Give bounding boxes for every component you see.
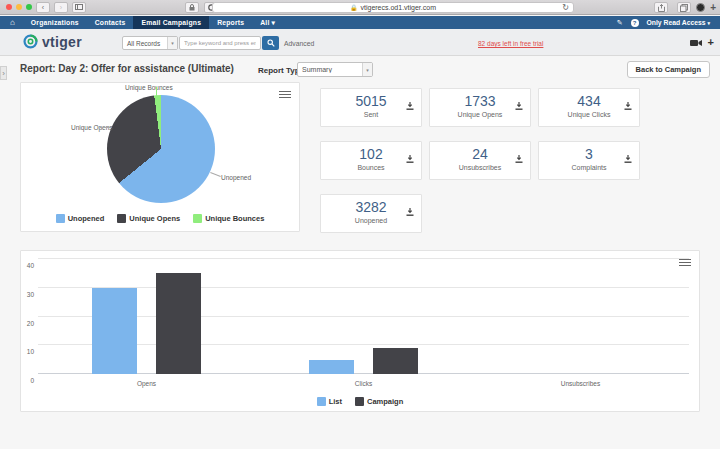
y-axis-tick: 40 [27, 262, 34, 269]
legend-label: Unopened [68, 214, 105, 223]
lock-icon: 🔒 [350, 4, 358, 11]
legend-swatch [317, 397, 326, 406]
browser-chrome: ‹ › 🔒 vtigerecs.od1.vtiger.com ↻ + [0, 0, 720, 15]
download-icon[interactable] [406, 97, 414, 115]
refresh-icon[interactable]: ↻ [562, 3, 569, 12]
bar-campaign-clicks[interactable] [373, 348, 418, 374]
legend-swatch [56, 214, 65, 223]
url-text: vtigerecs.od1.vtiger.com [361, 4, 436, 11]
pie-chart[interactable] [107, 95, 215, 203]
download-icon[interactable] [624, 150, 632, 168]
bar-chart-x-labels: OpensClicksUnsubscribes [38, 380, 689, 387]
minimize-window-button[interactable] [16, 4, 22, 10]
y-axis-tick: 30 [27, 290, 34, 297]
download-icon[interactable] [515, 150, 523, 168]
chart-context-menu-icon[interactable] [279, 89, 291, 100]
legend-item-unopened[interactable]: Unopened [56, 214, 105, 223]
pie-connector-line [210, 172, 221, 177]
records-filter-select[interactable]: All Records ▾ [122, 36, 178, 50]
close-window-button[interactable] [6, 4, 12, 10]
legend-label: List [329, 397, 342, 406]
trial-days-link[interactable]: 82 days left in free trial [478, 40, 543, 47]
x-axis-label-clicks: Clicks [255, 380, 472, 387]
y-axis-tick: 20 [27, 319, 34, 326]
bar-chart-panel: 010203040 OpensClicksUnsubscribes ListCa… [20, 250, 700, 412]
vtiger-logo-icon [22, 33, 39, 50]
legend-label: Campaign [367, 397, 403, 406]
access-level-dropdown[interactable]: Only Read Access ▾ [647, 19, 710, 26]
bar-list-clicks[interactable] [309, 360, 354, 374]
tabs-icon[interactable] [677, 2, 691, 13]
window-controls [6, 4, 32, 10]
x-axis-label-opens: Opens [38, 380, 255, 387]
privacy-icon[interactable] [185, 2, 199, 13]
download-icon[interactable] [406, 150, 414, 168]
stat-card-unique-opens: 1733Unique Opens [429, 88, 531, 127]
advanced-search-link[interactable]: Advanced [284, 40, 314, 47]
stat-card-unopened: 3282Unopened [320, 194, 422, 233]
record-icon[interactable] [696, 3, 705, 12]
bar-groups [38, 259, 689, 374]
page-title: Report: Day 2: Offer for assistance (Ult… [20, 63, 234, 74]
pie-label-unopened: Unopened [221, 174, 251, 181]
bar-group-opens [38, 259, 255, 374]
y-axis-tick: 0 [30, 377, 34, 384]
video-camera-icon[interactable] [690, 39, 702, 47]
stat-card-complaints: 3Complaints [538, 141, 640, 180]
logo-text: vtiger [42, 34, 82, 50]
app-navbar: ⌂ OrganizationsContactsEmail CampaignsRe… [0, 16, 720, 29]
bar-list-opens[interactable] [92, 288, 137, 374]
help-icon[interactable]: ? [631, 19, 639, 27]
search-button[interactable] [262, 36, 279, 50]
chevron-down-icon: ▾ [362, 63, 372, 76]
stat-card-bounces: 102Bounces [320, 141, 422, 180]
bar-group-unsubscribes [472, 259, 689, 374]
vtiger-logo[interactable]: vtiger [22, 33, 82, 50]
legend-swatch [355, 397, 364, 406]
nav-item-reports[interactable]: Reports [209, 16, 252, 29]
bar-chart-legend: ListCampaign [21, 397, 699, 406]
app-toolbar: vtiger All Records ▾ Advanced 82 days le… [0, 29, 720, 56]
edit-pencil-icon[interactable]: ✎ [617, 19, 623, 27]
stat-card-unique-clicks: 434Unique Clicks [538, 88, 640, 127]
pie-connector-line [100, 127, 110, 128]
nav-item-organizations[interactable]: Organizations [23, 16, 87, 29]
pie-connector-line [156, 87, 157, 96]
bar-campaign-opens[interactable] [156, 273, 201, 374]
new-tab-icon[interactable]: + [710, 3, 716, 13]
search-icon [267, 39, 275, 47]
legend-item-list[interactable]: List [317, 397, 342, 406]
legend-swatch [193, 214, 202, 223]
home-icon[interactable]: ⌂ [0, 16, 23, 29]
stats-grid: 5015Sent1733Unique Opens434Unique Clicks… [320, 88, 640, 233]
download-icon[interactable] [624, 97, 632, 115]
bar-group-clicks [255, 259, 472, 374]
toolbar-right-icons: + [690, 37, 714, 48]
add-record-icon[interactable]: + [708, 37, 714, 48]
address-bar[interactable]: 🔒 vtigerecs.od1.vtiger.com ↻ [212, 2, 574, 13]
y-axis-tick: 10 [27, 348, 34, 355]
legend-label: Unique Bounces [205, 214, 264, 223]
back-to-campaign-button[interactable]: Back to Campaign [627, 61, 710, 78]
sidebar-icon[interactable] [72, 2, 86, 13]
search-input[interactable] [179, 36, 261, 50]
legend-swatch [117, 214, 126, 223]
share-icon[interactable] [654, 2, 668, 13]
pie-legend: UnopenedUnique OpensUnique Bounces [21, 214, 299, 223]
download-icon[interactable] [406, 203, 414, 221]
sidebar-expand-toggle[interactable]: › [0, 66, 7, 80]
legend-item-campaign[interactable]: Campaign [355, 397, 403, 406]
nav-items: OrganizationsContactsEmail CampaignsRepo… [23, 16, 283, 29]
legend-item-unique-bounces[interactable]: Unique Bounces [193, 214, 264, 223]
nav-item-contacts[interactable]: Contacts [87, 16, 134, 29]
app-window: ‹ › 🔒 vtigerecs.od1.vtiger.com ↻ + [0, 0, 720, 449]
forward-button[interactable]: › [54, 2, 68, 13]
report-type-select[interactable]: Summary ▾ [297, 62, 373, 77]
back-button[interactable]: ‹ [36, 2, 50, 13]
download-icon[interactable] [515, 97, 523, 115]
nav-item-email-campaigns[interactable]: Email Campaigns [133, 16, 209, 29]
nav-item-all[interactable]: All ▾ [252, 16, 283, 29]
bar-chart-plot: 010203040 [38, 259, 689, 374]
zoom-window-button[interactable] [26, 4, 32, 10]
legend-item-unique-opens[interactable]: Unique Opens [117, 214, 180, 223]
